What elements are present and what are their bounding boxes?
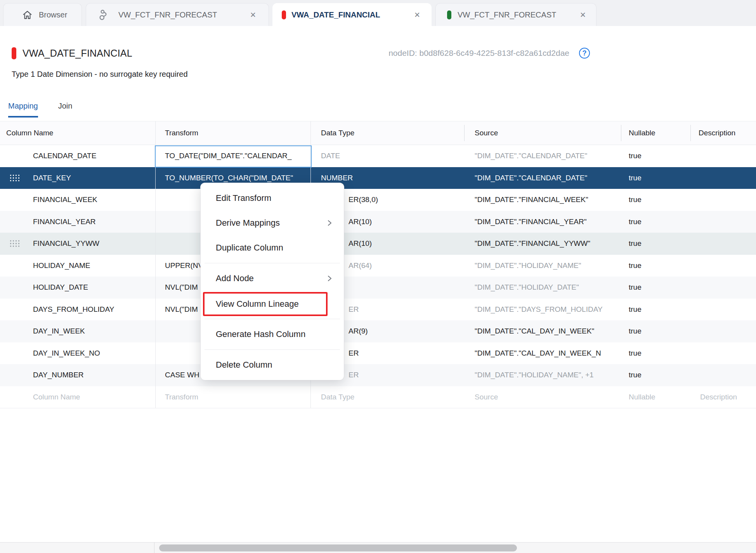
menu-divider — [205, 263, 340, 263]
placeholder-nullable[interactable]: Nullable — [621, 393, 690, 401]
column-name-cell[interactable]: DAY_IN_WEEK — [0, 327, 155, 335]
column-name-cell[interactable]: HOLIDAY_DATE — [0, 283, 155, 292]
horizontal-scrollbar[interactable] — [0, 542, 756, 553]
node-id-area: nodeID: b0d8f628-6c49-4225-813f-c82a61cd… — [388, 48, 590, 59]
header-column-name: Column Name — [0, 121, 155, 145]
view-tabs: Mapping Join — [8, 102, 72, 118]
nullable-cell[interactable]: true — [621, 349, 690, 358]
column-name-cell[interactable]: FINANCIAL_YEAR — [0, 218, 155, 226]
column-name-cell[interactable]: FINANCIAL_YYWW — [0, 239, 155, 248]
nullable-cell[interactable]: true — [621, 371, 690, 379]
nullable-cell[interactable]: true — [621, 218, 690, 226]
table-row[interactable]: HOLIDAY_NAME UPPER(NV AR(64) "DIM_DATE".… — [0, 255, 756, 277]
column-name-cell[interactable]: DAYS_FROM_HOLIDAY — [0, 305, 155, 314]
help-icon[interactable]: ? — [579, 48, 590, 59]
nullable-cell[interactable]: true — [621, 327, 690, 335]
header-description: Description — [690, 121, 756, 145]
drag-handle-icon[interactable] — [10, 240, 22, 247]
source-cell: "DIM_DATE"."HOLIDAY_NAME" — [464, 261, 621, 270]
placeholder-source: Source — [464, 393, 621, 401]
source-cell: "DIM_DATE"."FINANCIAL_YYWW" — [464, 239, 621, 248]
header-nullable: Nullable — [621, 121, 690, 145]
table-row-hovered[interactable]: FINANCIAL_YYWW AR(10) "DIM_DATE"."FINANC… — [0, 233, 756, 255]
column-name-cell[interactable]: FINANCIAL_WEEK — [0, 195, 155, 204]
menu-item-label: Delete Column — [216, 360, 272, 370]
green-node-icon — [447, 10, 451, 19]
nullable-cell[interactable]: true — [621, 195, 690, 204]
nullable-cell[interactable]: true — [621, 152, 690, 160]
lineage-icon — [99, 9, 111, 21]
drag-handle-icon[interactable] — [10, 175, 22, 181]
menu-item-label: View Column Lineage — [216, 299, 299, 309]
tab-vwa-date-financial[interactable]: VWA_DATE_FINANCIAL ✕ — [272, 3, 432, 26]
source-cell: "DIM_DATE"."FINANCIAL_YEAR" — [464, 218, 621, 226]
tab-label: VW_FCT_FNR_FORECAST — [118, 10, 217, 19]
menu-item-label: Add Node — [216, 273, 254, 283]
tab-bar: Browser VW_FCT_FNR_FORECAST ✕ VWA_DATE_F… — [0, 0, 756, 26]
table-row[interactable]: DAY_IN_WEEK AR(9) "DIM_DATE"."CAL_DAY_IN… — [0, 320, 756, 342]
tab-vw-fct-fnr-forecast-left[interactable]: VW_FCT_FNR_FORECAST ✕ — [86, 3, 269, 26]
source-cell: "DIM_DATE"."CAL_DAY_IN_WEEK_N — [464, 349, 621, 358]
tab-browser[interactable]: Browser — [3, 3, 82, 26]
table-row[interactable]: DAYS_FROM_HOLIDAY NVL("DIM ER "DIM_DATE"… — [0, 299, 756, 321]
menu-item-label: Edit Transform — [216, 193, 271, 203]
menu-divider — [205, 319, 340, 319]
source-cell: "DIM_DATE"."DAYS_FROM_HOLIDAY — [464, 305, 621, 314]
column-name-cell[interactable]: DAY_NUMBER — [0, 371, 155, 379]
menu-item-label: Derive Mappings — [216, 218, 280, 228]
header-transform: Transform — [155, 121, 311, 145]
scrollbar-thumb[interactable] — [159, 544, 517, 551]
source-cell: "DIM_DATE"."CALENDAR_DATE" — [464, 152, 621, 160]
source-cell: "DIM_DATE"."CAL_DAY_IN_WEEK" — [464, 327, 621, 335]
nullable-cell[interactable]: true — [621, 239, 690, 248]
column-name-cell[interactable]: CALENDAR_DATE — [0, 152, 155, 160]
placeholder-column-name[interactable]: Column Name — [0, 393, 155, 401]
tab-label: VWA_DATE_FINANCIAL — [291, 10, 380, 19]
tab-vw-fct-fnr-forecast-right[interactable]: VW_FCT_FNR_FORECAST ✕ — [435, 3, 596, 26]
frozen-pane-divider — [154, 543, 154, 553]
menu-item-derive-mappings[interactable]: Derive Mappings — [201, 211, 344, 235]
table-row[interactable]: DAY_NUMBER CASE WH ER "DIM_DATE"."HOLIDA… — [0, 364, 756, 386]
close-icon[interactable]: ✕ — [579, 10, 587, 19]
table-row[interactable]: DAY_IN_WEEK_NO ER "DIM_DATE"."CAL_DAY_IN… — [0, 342, 756, 365]
tab-mapping[interactable]: Mapping — [8, 102, 38, 118]
nullable-cell[interactable]: true — [621, 283, 690, 292]
table-row[interactable]: FINANCIAL_YEAR AR(10) "DIM_DATE"."FINANC… — [0, 211, 756, 233]
red-node-icon — [12, 47, 16, 59]
close-icon[interactable]: ✕ — [249, 10, 257, 19]
nullable-cell[interactable]: true — [621, 261, 690, 270]
tab-label: Browser — [39, 10, 67, 19]
menu-item-view-column-lineage[interactable]: View Column Lineage — [203, 292, 328, 316]
column-context-menu: Edit Transform Derive Mappings Duplicate… — [201, 183, 344, 380]
chevron-right-icon — [327, 275, 332, 282]
source-cell: "DIM_DATE"."HOLIDAY_DATE" — [464, 283, 621, 292]
new-column-placeholder-row[interactable]: Column Name Transform Data Type Source N… — [0, 386, 756, 408]
menu-item-add-node[interactable]: Add Node — [201, 266, 344, 291]
nullable-cell[interactable]: true — [621, 174, 690, 182]
data-type-cell[interactable]: DATE — [311, 152, 464, 160]
app-window: Browser VW_FCT_FNR_FORECAST ✕ VWA_DATE_F… — [0, 0, 756, 553]
menu-item-duplicate-column[interactable]: Duplicate Column — [201, 235, 344, 260]
table-row[interactable]: FINANCIAL_WEEK ER(38,0) "DIM_DATE"."FINA… — [0, 189, 756, 211]
menu-item-edit-transform[interactable]: Edit Transform — [201, 186, 344, 211]
page-title: VWA_DATE_FINANCIAL — [23, 48, 132, 59]
column-name-cell[interactable]: HOLIDAY_NAME — [0, 261, 155, 270]
source-cell: "DIM_DATE"."HOLIDAY_NAME", +1 — [464, 371, 621, 379]
table-row[interactable]: CALENDAR_DATE TO_DATE("DIM_DATE"."CALEND… — [0, 145, 756, 167]
menu-divider — [205, 349, 340, 350]
data-type-cell[interactable]: NUMBER — [311, 174, 464, 182]
transform-cell-selected[interactable]: TO_NUMBER(TO_CHAR("DIM_DATE" — [155, 174, 311, 182]
close-icon[interactable]: ✕ — [413, 10, 421, 19]
placeholder-transform[interactable]: Transform — [155, 393, 311, 401]
menu-item-generate-hash-column[interactable]: Generate Hash Column — [201, 322, 344, 347]
column-name-cell[interactable]: DATE_KEY — [0, 174, 155, 182]
tab-join[interactable]: Join — [58, 102, 73, 118]
nullable-cell[interactable]: true — [621, 305, 690, 314]
transform-cell[interactable]: TO_DATE("DIM_DATE"."CALENDAR_ — [155, 152, 311, 160]
table-row[interactable]: HOLIDAY_DATE NVL("DIM "DIM_DATE"."HOLIDA… — [0, 276, 756, 299]
table-row-selected[interactable]: DATE_KEY TO_NUMBER(TO_CHAR("DIM_DATE" NU… — [0, 167, 756, 189]
column-name-cell[interactable]: DAY_IN_WEEK_NO — [0, 349, 155, 358]
placeholder-data-type[interactable]: Data Type — [311, 393, 464, 401]
menu-item-delete-column[interactable]: Delete Column — [201, 353, 344, 377]
table-header-row: Column Name Transform Data Type Source N… — [0, 121, 756, 145]
